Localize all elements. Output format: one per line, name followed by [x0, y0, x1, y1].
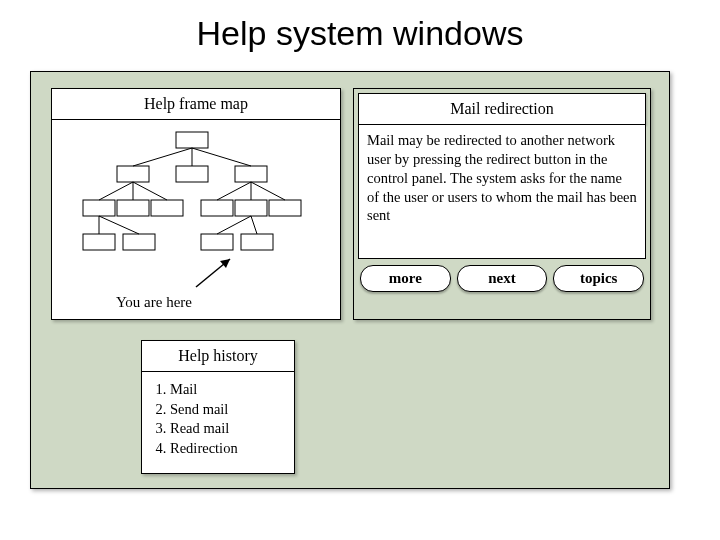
mail-redirection-panel: Mail redirection Mail may be redirected …	[353, 88, 651, 320]
list-item: Redirection	[170, 439, 288, 459]
pointer-arrow-icon	[190, 253, 250, 293]
redirection-title: Mail redirection	[358, 93, 646, 125]
svg-line-16	[192, 148, 251, 166]
topics-button[interactable]: topics	[553, 265, 644, 292]
svg-rect-10	[83, 234, 115, 250]
svg-line-19	[133, 182, 167, 200]
svg-rect-8	[235, 200, 267, 216]
svg-rect-3	[235, 166, 267, 182]
svg-line-22	[251, 182, 285, 200]
history-list: Mail Send mail Read mail Redirection	[142, 372, 294, 466]
svg-line-17	[99, 182, 133, 200]
svg-line-20	[217, 182, 251, 200]
svg-rect-6	[151, 200, 183, 216]
svg-rect-13	[241, 234, 273, 250]
svg-line-24	[99, 216, 139, 234]
svg-rect-5	[117, 200, 149, 216]
help-history-panel: Help history Mail Send mail Read mail Re…	[141, 340, 295, 474]
page-title: Help system windows	[0, 0, 720, 61]
list-item: Read mail	[170, 419, 288, 439]
svg-line-26	[251, 216, 257, 234]
svg-rect-4	[83, 200, 115, 216]
next-button[interactable]: next	[457, 265, 548, 292]
diagram-canvas: Help frame map	[30, 71, 670, 489]
svg-line-14	[133, 148, 192, 166]
svg-rect-0	[176, 132, 208, 148]
svg-rect-2	[176, 166, 208, 182]
history-title: Help history	[142, 341, 294, 372]
redirection-body-text: Mail may be redirected to another networ…	[358, 125, 646, 259]
svg-rect-11	[123, 234, 155, 250]
frame-map-title: Help frame map	[52, 89, 340, 120]
svg-rect-1	[117, 166, 149, 182]
svg-line-25	[217, 216, 251, 234]
svg-rect-9	[269, 200, 301, 216]
svg-rect-12	[201, 234, 233, 250]
you-are-here-label: You are here	[116, 294, 192, 311]
list-item: Mail	[170, 380, 288, 400]
svg-rect-7	[201, 200, 233, 216]
redirection-buttons: more next topics	[360, 265, 644, 292]
more-button[interactable]: more	[360, 265, 451, 292]
list-item: Send mail	[170, 400, 288, 420]
help-frame-map-panel: Help frame map	[51, 88, 341, 320]
